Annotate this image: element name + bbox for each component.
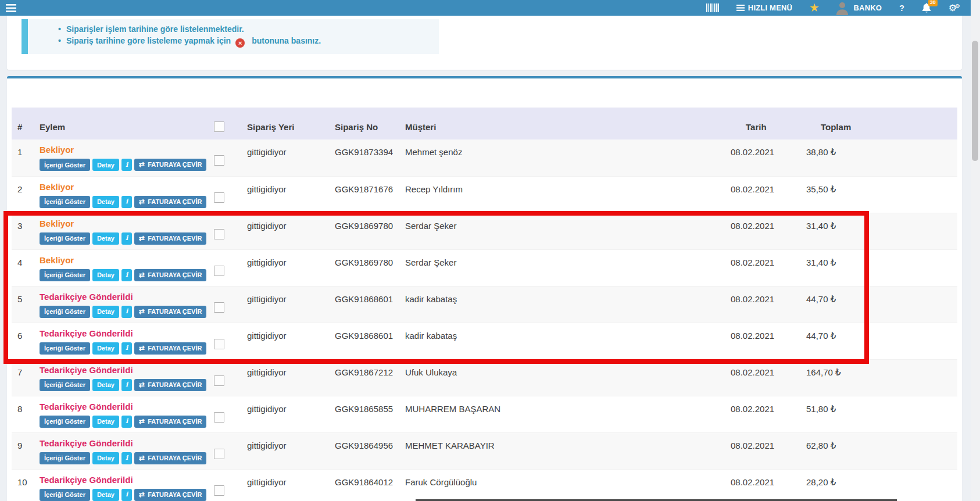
user-menu-button[interactable]: BANKO xyxy=(836,1,882,15)
order-status: Bekliyor xyxy=(40,219,209,228)
detail-button[interactable]: Detay xyxy=(92,452,119,464)
exchange-icon: ⇄ xyxy=(139,417,145,425)
help-button[interactable]: ? xyxy=(899,3,904,13)
show-content-button[interactable]: İçeriği Göster xyxy=(40,452,90,464)
info-button[interactable]: i xyxy=(121,196,132,208)
order-place: gittigidiyor xyxy=(241,469,329,501)
table-row: 4Bekliyorİçeriği GösterDetayi⇄FATURAYA Ç… xyxy=(12,249,957,286)
notifications-button[interactable]: 30 xyxy=(922,3,931,13)
row-index: 3 xyxy=(12,213,34,249)
info-button[interactable]: i xyxy=(121,452,132,464)
detail-button[interactable]: Detay xyxy=(92,379,119,391)
scrollbar-thumb[interactable] xyxy=(972,41,978,161)
exchange-icon: ⇄ xyxy=(139,198,145,206)
row-checkbox[interactable] xyxy=(214,266,224,276)
info-button[interactable]: i xyxy=(121,306,132,318)
info-button[interactable]: i xyxy=(121,379,132,391)
convert-to-invoice-button[interactable]: ⇄FATURAYA ÇEVİR xyxy=(134,452,206,464)
row-index: 8 xyxy=(12,396,34,432)
order-total: 164,70 ₺ xyxy=(800,359,870,396)
favorites-button[interactable]: ★ xyxy=(810,3,818,13)
info-button[interactable]: i xyxy=(121,232,132,245)
order-total: 44,70 ₺ xyxy=(800,323,870,359)
show-content-button[interactable]: İçeriği Göster xyxy=(40,379,90,391)
header-total: Toplam xyxy=(800,108,870,139)
table-row: 7Tedarikçiye Gönderildiİçeriği GösterDet… xyxy=(12,359,957,396)
show-content-button[interactable]: İçeriği Göster xyxy=(40,342,90,355)
exchange-icon: ⇄ xyxy=(139,271,145,279)
row-checkbox[interactable] xyxy=(214,449,224,459)
orders-panel: # Eylem Sipariş Yeri Sipariş No Müşteri … xyxy=(7,76,962,501)
menu-lines-icon xyxy=(736,5,745,11)
customer-name: kadir kabataş xyxy=(399,323,725,359)
settings-button[interactable]: ⚙⚙ xyxy=(949,3,960,13)
convert-to-invoice-button[interactable]: ⇄FATURAYA ÇEVİR xyxy=(134,269,206,281)
order-total: 44,70 ₺ xyxy=(800,286,870,323)
gears-icon: ⚙⚙ xyxy=(949,3,960,13)
convert-to-invoice-button[interactable]: ⇄FATURAYA ÇEVİR xyxy=(134,379,206,391)
detail-button[interactable]: Detay xyxy=(92,306,119,318)
order-date: 08.02.2021 xyxy=(725,432,800,469)
detail-button[interactable]: Detay xyxy=(92,269,119,281)
select-all-checkbox[interactable] xyxy=(214,121,224,132)
info-button[interactable]: i xyxy=(121,159,132,171)
barcode-button[interactable] xyxy=(706,3,719,12)
row-index: 2 xyxy=(12,176,34,213)
show-content-button[interactable]: İçeriği Göster xyxy=(40,489,90,501)
show-content-button[interactable]: İçeriği Göster xyxy=(40,269,90,281)
table-row: 9Tedarikçiye Gönderildiİçeriği GösterDet… xyxy=(12,432,957,469)
table-row: 10Tedarikçiye Gönderildiİçeriği GösterDe… xyxy=(12,469,957,501)
convert-to-invoice-button[interactable]: ⇄FATURAYA ÇEVİR xyxy=(134,196,206,208)
detail-button[interactable]: Detay xyxy=(92,232,119,245)
info-button[interactable]: i xyxy=(121,269,132,281)
row-checkbox[interactable] xyxy=(214,339,224,349)
order-status: Bekliyor xyxy=(40,255,209,265)
row-index: 9 xyxy=(12,432,34,469)
row-index: 7 xyxy=(12,359,34,396)
info-button[interactable]: i xyxy=(121,489,132,501)
row-checkbox[interactable] xyxy=(214,485,224,496)
order-no: GGK91873394 xyxy=(329,139,399,176)
show-content-button[interactable]: İçeriği Göster xyxy=(40,159,90,171)
row-checkbox[interactable] xyxy=(214,375,224,386)
info-button[interactable]: i xyxy=(121,416,132,428)
order-place: gittigidiyor xyxy=(241,359,329,396)
detail-button[interactable]: Detay xyxy=(92,159,119,171)
customer-name: Ufuk Ulukaya xyxy=(399,359,725,396)
convert-to-invoice-button[interactable]: ⇄FATURAYA ÇEVİR xyxy=(134,306,206,318)
quick-menu-button[interactable]: HIZLI MENÜ xyxy=(736,3,792,12)
order-status: Tedarikçiye Gönderildi xyxy=(40,438,209,448)
sidebar-toggle-button[interactable] xyxy=(6,4,16,12)
order-status: Tedarikçiye Gönderildi xyxy=(40,292,209,302)
show-content-button[interactable]: İçeriği Göster xyxy=(40,416,90,428)
convert-to-invoice-button[interactable]: ⇄FATURAYA ÇEVİR xyxy=(134,342,206,355)
detail-button[interactable]: Detay xyxy=(92,416,119,428)
show-content-button[interactable]: İçeriği Göster xyxy=(40,196,90,208)
order-status: Tedarikçiye Gönderildi xyxy=(40,365,209,375)
bullet-icon: • xyxy=(58,24,61,34)
customer-name: Faruk Cörgülüoğlu xyxy=(399,469,725,501)
row-checkbox[interactable] xyxy=(214,302,224,313)
row-checkbox[interactable] xyxy=(214,229,224,239)
order-no: GGK91865855 xyxy=(329,396,399,432)
show-content-button[interactable]: İçeriği Göster xyxy=(40,232,90,245)
convert-to-invoice-button[interactable]: ⇄FATURAYA ÇEVİR xyxy=(134,232,206,245)
detail-button[interactable]: Detay xyxy=(92,342,119,355)
show-content-button[interactable]: İçeriği Göster xyxy=(40,306,90,318)
order-place: gittigidiyor xyxy=(241,213,329,249)
detail-button[interactable]: Detay xyxy=(92,489,119,501)
detail-button[interactable]: Detay xyxy=(92,196,119,208)
vertical-scrollbar[interactable] xyxy=(971,0,980,501)
convert-to-invoice-button[interactable]: ⇄FATURAYA ÇEVİR xyxy=(134,416,206,428)
customer-name: Mehmet şenöz xyxy=(399,139,725,176)
order-total: 62,80 ₺ xyxy=(800,432,870,469)
notice-line-2: •Sipariş tarihine göre listeleme yapmak … xyxy=(58,35,433,48)
row-checkbox[interactable] xyxy=(214,192,224,203)
orders-tbody: 1Bekliyorİçeriği GösterDetayi⇄FATURAYA Ç… xyxy=(12,139,957,501)
convert-to-invoice-button[interactable]: ⇄FATURAYA ÇEVİR xyxy=(134,489,206,501)
info-button[interactable]: i xyxy=(121,342,132,355)
row-checkbox[interactable] xyxy=(214,155,224,166)
row-checkbox[interactable] xyxy=(214,412,224,423)
order-total: 35,50 ₺ xyxy=(800,176,870,213)
convert-to-invoice-button[interactable]: ⇄FATURAYA ÇEVİR xyxy=(134,159,206,171)
